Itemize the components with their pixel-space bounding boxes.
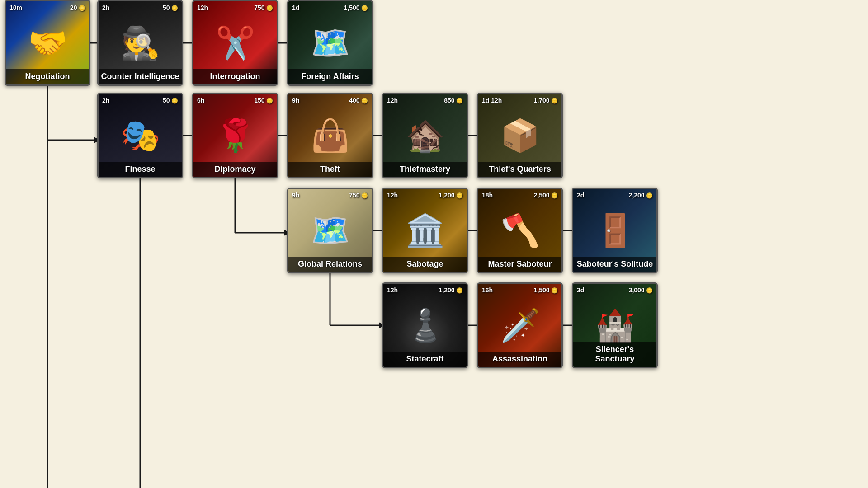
card-time-interrogation: 12h (197, 4, 208, 11)
card-label-saboteurs-solitude: Saboteur's Solitude (573, 257, 656, 272)
card-time-thiefs-quarters: 1d 12h (482, 97, 502, 104)
card-cost-finesse: 50 (163, 97, 178, 104)
card-cost-saboteurs-solitude: 2,200 (629, 192, 653, 199)
card-icon-counter-intelligence: 🕵️ (121, 27, 160, 59)
card-label-interrogation: Interrogation (193, 69, 277, 84)
card-interrogation[interactable]: ✂️ 12h 750 Interrogation (192, 0, 278, 86)
card-icon-negotiation: 🤝 (28, 27, 67, 59)
card-cost-diplomacy: 150 (254, 97, 273, 104)
card-foreign-affairs[interactable]: 🗺️ 1d 1,500 Foreign Affairs (287, 0, 373, 86)
card-cost-silencers-sanctuary: 3,000 (629, 286, 653, 294)
card-statecraft[interactable]: ♟️ 12h 1,200 Statecraft (382, 282, 468, 368)
card-icon-global-relations: 🗺️ (311, 215, 350, 246)
card-assassination[interactable]: 🗡️ 16h 1,500 Assassination (477, 282, 563, 368)
card-cost-sabotage: 1,200 (439, 192, 463, 199)
card-icon-assassination: 🗡️ (500, 310, 540, 341)
card-icon-diplomacy: 🌹 (216, 120, 255, 151)
card-time-assassination: 16h (482, 286, 493, 294)
card-time-thiefmastery: 12h (387, 97, 398, 104)
card-thiefmastery[interactable]: 🏚️ 12h 850 Thiefmastery (382, 93, 468, 178)
card-label-diplomacy: Diplomacy (193, 162, 277, 177)
card-icon-master-saboteur: 🪓 (500, 215, 540, 246)
card-cost-interrogation: 750 (254, 4, 273, 11)
card-icon-thiefs-quarters: 📦 (500, 120, 540, 151)
card-icon-finesse: 🎭 (121, 120, 160, 151)
card-theft[interactable]: 👜 9h 400 Theft (287, 93, 373, 178)
card-icon-statecraft: ♟️ (406, 310, 445, 341)
card-time-global-relations: 9h (292, 192, 299, 199)
card-finesse[interactable]: 🎭 2h 50 Finesse (97, 93, 183, 178)
card-label-statecraft: Statecraft (383, 352, 467, 367)
card-icon-sabotage: 🏛️ (406, 215, 445, 246)
card-cost-assassination: 1,500 (534, 286, 558, 294)
card-label-negotiation: Negotiation (6, 69, 89, 84)
card-time-negotiation: 10m (9, 4, 22, 11)
card-icon-saboteurs-solitude: 🚪 (595, 215, 635, 246)
card-label-assassination: Assassination (478, 352, 561, 367)
card-time-counter-intelligence: 2h (102, 4, 109, 11)
card-icon-foreign-affairs: 🗺️ (311, 27, 350, 59)
card-cost-foreign-affairs: 1,500 (344, 4, 368, 11)
card-label-global-relations: Global Relations (288, 257, 372, 272)
card-label-theft: Theft (288, 162, 372, 177)
card-saboteurs-solitude[interactable]: 🚪 2d 2,200 Saboteur's Solitude (572, 188, 658, 273)
card-time-silencers-sanctuary: 3d (577, 286, 584, 294)
card-label-thiefmastery: Thiefmastery (383, 162, 467, 177)
card-cost-thiefs-quarters: 1,700 (534, 97, 558, 104)
card-sabotage[interactable]: 🏛️ 12h 1,200 Sabotage (382, 188, 468, 273)
card-global-relations[interactable]: 🗺️ 9h 750 Global Relations (287, 188, 373, 273)
card-negotiation[interactable]: 🤝 10m 20 Negotiation (5, 0, 90, 86)
card-time-finesse: 2h (102, 97, 109, 104)
card-time-statecraft: 12h (387, 286, 398, 294)
card-cost-global-relations: 750 (349, 192, 368, 199)
card-label-counter-intelligence: Counter Intelligence (99, 69, 182, 84)
card-icon-theft: 👜 (311, 120, 350, 151)
card-icon-thiefmastery: 🏚️ (406, 120, 445, 151)
card-diplomacy[interactable]: 🌹 6h 150 Diplomacy (192, 93, 278, 178)
card-cost-master-saboteur: 2,500 (534, 192, 558, 199)
card-time-sabotage: 12h (387, 192, 398, 199)
card-cost-counter-intelligence: 50 (163, 4, 178, 11)
card-label-finesse: Finesse (99, 162, 182, 177)
card-time-diplomacy: 6h (197, 97, 204, 104)
card-icon-interrogation: ✂️ (216, 27, 255, 59)
card-cost-negotiation: 20 (70, 4, 85, 11)
card-counter-intelligence[interactable]: 🕵️ 2h 50 Counter Intelligence (97, 0, 183, 86)
card-time-theft: 9h (292, 97, 299, 104)
card-time-saboteurs-solitude: 2d (577, 192, 584, 199)
card-cost-statecraft: 1,200 (439, 286, 463, 294)
card-label-master-saboteur: Master Saboteur (478, 257, 561, 272)
card-master-saboteur[interactable]: 🪓 18h 2,500 Master Saboteur (477, 188, 563, 273)
card-silencers-sanctuary[interactable]: 🏰 3d 3,000 Silencer's Sanctuary (572, 282, 658, 368)
card-icon-silencers-sanctuary: 🏰 (595, 310, 635, 341)
card-label-thiefs-quarters: Thief's Quarters (478, 162, 561, 177)
card-time-foreign-affairs: 1d (292, 4, 299, 11)
card-label-foreign-affairs: Foreign Affairs (288, 69, 372, 84)
card-cost-thiefmastery: 850 (444, 97, 463, 104)
card-time-master-saboteur: 18h (482, 192, 493, 199)
card-label-sabotage: Sabotage (383, 257, 467, 272)
card-label-silencers-sanctuary: Silencer's Sanctuary (573, 342, 656, 367)
card-thiefs-quarters[interactable]: 📦 1d 12h 1,700 Thief's Quarters (477, 93, 563, 178)
card-cost-theft: 400 (349, 97, 368, 104)
